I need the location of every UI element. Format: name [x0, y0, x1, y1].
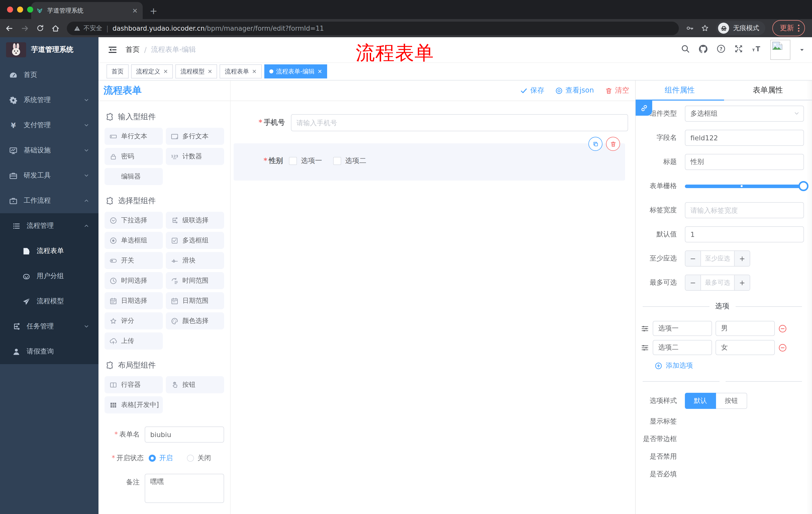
drag-handle-icon[interactable] — [641, 324, 649, 333]
tag-close-icon[interactable]: ✕ — [252, 68, 257, 75]
sidebar-item-process-management[interactable]: 流程管理 — [0, 213, 98, 238]
link-drawer-handle[interactable] — [636, 101, 652, 116]
close-window-button[interactable] — [7, 6, 13, 12]
tag-home[interactable]: 首页 — [107, 64, 128, 78]
style-default-button[interactable]: 默认 — [685, 393, 716, 409]
sidebar-item-payment[interactable]: ¥ 支付管理 — [0, 113, 98, 138]
component-item-rate[interactable]: 评分 — [105, 312, 163, 329]
sidebar-item-workflow[interactable]: 工作流程 — [0, 188, 98, 213]
component-item-editor[interactable]: 编辑器 — [105, 168, 163, 185]
tab-component-props[interactable]: 组件属性 — [636, 80, 724, 100]
gender-option-1[interactable]: 选项一 — [289, 156, 322, 165]
option-label-input[interactable] — [653, 321, 712, 336]
sidebar-item-process-form[interactable]: 流程表单 — [0, 238, 98, 264]
selected-gender-field[interactable]: *性别 选项一 选项二 — [234, 143, 625, 181]
tag-process-form[interactable]: 流程表单✕ — [220, 64, 262, 78]
sidebar-collapse-icon[interactable] — [108, 45, 118, 55]
search-icon[interactable] — [681, 44, 690, 55]
increase-button[interactable]: + — [734, 251, 750, 266]
sidebar-item-task-management[interactable]: 任务管理 — [0, 314, 98, 339]
tab-close-icon[interactable]: ✕ — [132, 7, 138, 14]
help-icon[interactable]: ? — [717, 44, 726, 55]
checkbox[interactable] — [289, 157, 297, 165]
component-item-time-range[interactable]: 时间范围 — [166, 272, 224, 289]
component-item-date-range[interactable]: 日期范围 — [166, 292, 224, 309]
view-json-button[interactable]: 查看json — [555, 86, 594, 95]
option-value-input[interactable] — [716, 321, 775, 336]
slider-handle[interactable] — [799, 181, 809, 191]
component-item-checkbox-group[interactable]: 多选框组 — [166, 232, 224, 249]
browser-menu-icon[interactable] — [798, 25, 800, 32]
copy-component-button[interactable] — [588, 137, 603, 151]
component-item-single-text[interactable]: 单行文本 — [105, 128, 163, 145]
app-logo[interactable]: 芋道管理系统 — [0, 37, 98, 62]
component-item-cascader[interactable]: 级联选择 — [166, 212, 224, 229]
decrease-button[interactable]: − — [685, 275, 701, 290]
grid-slider[interactable] — [685, 178, 804, 194]
github-icon[interactable] — [698, 44, 708, 56]
form-remark-textarea[interactable]: 嘿嘿 — [145, 474, 224, 503]
phone-input[interactable] — [291, 114, 628, 131]
tag-close-icon[interactable]: ✕ — [318, 68, 322, 75]
add-option-button[interactable]: 添加选项 — [655, 361, 804, 370]
style-button-button[interactable]: 按钮 — [716, 393, 747, 409]
component-item-time-picker[interactable]: 时间选择 — [105, 272, 163, 289]
component-item-select[interactable]: 下拉选择 — [105, 212, 163, 229]
gender-option-2[interactable]: 选项二 — [333, 156, 366, 165]
checkbox[interactable] — [333, 157, 341, 165]
component-type-select[interactable] — [685, 106, 804, 122]
fullscreen-icon[interactable] — [734, 44, 743, 55]
increase-button[interactable]: + — [734, 275, 750, 290]
minimize-window-button[interactable] — [17, 6, 23, 12]
component-item-button[interactable]: 按钮 — [166, 376, 224, 393]
sidebar-item-system[interactable]: 系统管理 — [0, 87, 98, 113]
status-radio-on[interactable]: 开启 — [149, 454, 173, 463]
sidebar-item-process-model[interactable]: 流程模型 — [0, 289, 98, 314]
sidebar-item-devtools[interactable]: 研发工具 — [0, 163, 98, 188]
component-item-upload[interactable]: 上传 — [105, 332, 163, 350]
tag-process-form-edit[interactable]: 流程表单-编辑✕ — [264, 64, 327, 78]
stepper-placeholder[interactable]: 最多可选 — [701, 275, 734, 290]
forward-icon[interactable] — [21, 24, 29, 32]
sidebar-item-home[interactable]: 首页 — [0, 62, 98, 87]
reload-icon[interactable] — [36, 24, 44, 32]
component-item-table[interactable]: 表格[开发中] — [105, 396, 163, 413]
password-key-icon[interactable] — [686, 24, 694, 32]
option-value-input[interactable] — [716, 340, 775, 355]
sidebar-item-infrastructure[interactable]: 基础设施 — [0, 138, 98, 163]
maximize-window-button[interactable] — [27, 6, 33, 12]
save-button[interactable]: 保存 — [520, 86, 545, 95]
home-icon[interactable] — [51, 24, 60, 32]
tag-process-model[interactable]: 流程模型✕ — [175, 64, 217, 78]
phone-field[interactable]: *手机号 — [231, 114, 628, 131]
tag-close-icon[interactable]: ✕ — [163, 68, 168, 75]
component-item-row-container[interactable]: 行容器 — [105, 376, 163, 393]
field-name-input[interactable] — [685, 130, 804, 146]
avatar[interactable] — [770, 40, 790, 60]
component-item-color-picker[interactable]: 颜色选择 — [166, 312, 224, 329]
label-width-input[interactable] — [685, 202, 804, 218]
remove-option-button[interactable] — [778, 324, 787, 333]
sidebar-item-leave-query[interactable]: 请假查询 — [0, 339, 98, 364]
bookmark-star-icon[interactable] — [701, 24, 709, 32]
stepper-placeholder[interactable]: 至少应选 — [701, 251, 734, 266]
component-item-counter[interactable]: 123计数器 — [166, 148, 224, 165]
browser-tab[interactable]: 芋道管理系统 ✕ — [31, 2, 143, 19]
component-item-radio-group[interactable]: 单选框组 — [105, 232, 163, 249]
title-input[interactable] — [685, 154, 804, 170]
component-item-password[interactable]: 密码 — [105, 148, 163, 165]
drag-handle-icon[interactable] — [641, 343, 649, 352]
delete-component-button[interactable] — [606, 137, 620, 151]
default-value-input[interactable] — [685, 226, 804, 242]
component-item-slider[interactable]: 滑块 — [166, 252, 224, 269]
back-icon[interactable] — [5, 24, 13, 32]
remove-option-button[interactable] — [778, 343, 787, 352]
component-item-switch[interactable]: 开关 — [105, 252, 163, 269]
status-radio-off[interactable]: 关闭 — [187, 454, 211, 463]
clear-button[interactable]: 清空 — [605, 86, 629, 95]
font-size-icon[interactable]: тT — [752, 44, 762, 55]
browser-update-button[interactable]: 更新 — [772, 20, 805, 36]
form-name-input[interactable] — [145, 427, 224, 442]
decrease-button[interactable]: − — [685, 251, 701, 266]
sidebar-item-user-group[interactable]: 用户分组 — [0, 264, 98, 289]
